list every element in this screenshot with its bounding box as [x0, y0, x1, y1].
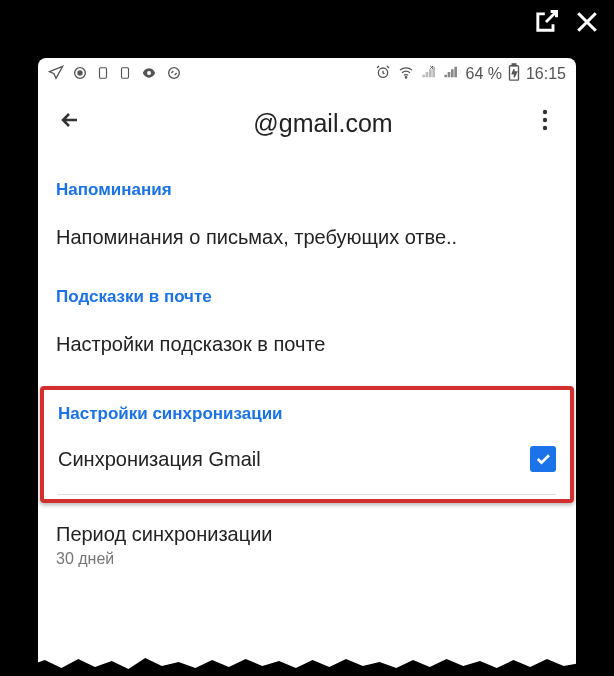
phone-frame: 64 % 16:15 @gmail.com Напоминания	[28, 48, 586, 676]
setting-item-reminders[interactable]: Напоминания о письмах, требующих отве..	[56, 216, 558, 269]
sync-gmail-label: Синхронизация Gmail	[58, 448, 261, 471]
battery-percent: 64 %	[465, 65, 501, 83]
sync-period-label: Период синхронизации	[56, 523, 558, 546]
svg-rect-2	[100, 67, 107, 78]
battery-icon	[508, 63, 520, 85]
section-header-hints: Подсказки в почте	[56, 287, 558, 307]
svg-point-10	[543, 118, 547, 122]
phone-outline-icon-2	[118, 65, 132, 84]
sync-icon	[166, 65, 182, 84]
window-controls	[0, 0, 614, 48]
wifi-icon	[397, 64, 415, 84]
back-icon[interactable]	[58, 108, 82, 138]
checkbox-checked-icon[interactable]	[530, 446, 556, 472]
section-header-sync: Настройки синхронизации	[58, 404, 556, 424]
setting-item-hints[interactable]: Настройки подсказок в почте	[56, 323, 558, 376]
status-bar: 64 % 16:15	[38, 58, 576, 90]
svg-rect-3	[122, 67, 129, 78]
settings-content: Напоминания Напоминания о письмах, требу…	[38, 162, 576, 676]
signal-x-icon	[421, 64, 437, 84]
setting-item-sync-gmail[interactable]: Синхронизация Gmail	[58, 440, 556, 495]
phone-outline-icon	[96, 65, 110, 84]
close-icon[interactable]	[572, 7, 602, 41]
svg-point-9	[543, 110, 547, 114]
setting-item-sync-period[interactable]: Период синхронизации 30 дней	[56, 513, 558, 578]
highlighted-sync-section: Настройки синхронизации Синхронизация Gm…	[40, 386, 574, 503]
page-title: @gmail.com	[128, 109, 518, 138]
section-header-reminders: Напоминания	[56, 180, 558, 200]
svg-rect-8	[512, 64, 516, 66]
svg-point-11	[543, 126, 547, 130]
app-bar: @gmail.com	[38, 90, 576, 162]
eye-icon	[140, 65, 158, 84]
open-external-icon[interactable]	[532, 8, 560, 40]
signal-icon	[443, 64, 459, 84]
telegram-icon	[48, 65, 64, 84]
outer-frame: 64 % 16:15 @gmail.com Напоминания	[0, 0, 614, 676]
target-icon	[72, 65, 88, 84]
alarm-icon	[375, 64, 391, 84]
svg-point-1	[78, 71, 82, 75]
more-icon[interactable]	[534, 109, 556, 137]
clock-time: 16:15	[526, 65, 566, 83]
svg-point-6	[406, 77, 407, 78]
sync-period-value: 30 дней	[56, 550, 558, 568]
svg-point-4	[169, 67, 180, 78]
